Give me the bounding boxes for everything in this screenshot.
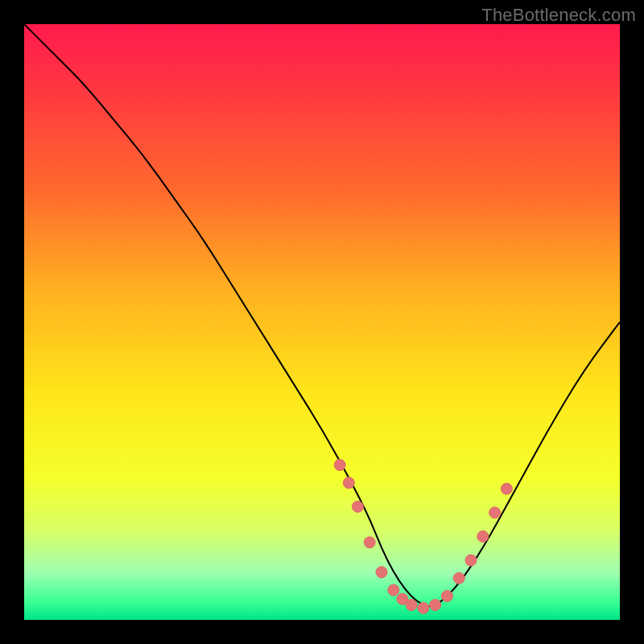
curve-marker (441, 590, 452, 601)
outer-frame: TheBottleneck.com (0, 0, 644, 644)
curve-marker (489, 507, 501, 518)
curve-marker (352, 501, 363, 512)
curve-marker (430, 600, 441, 611)
bottleneck-curve (24, 24, 620, 606)
curve-marker (334, 460, 345, 471)
curve-marker (418, 602, 429, 613)
curve-marker (343, 477, 354, 489)
curve-marker (453, 572, 464, 584)
curve-marker (388, 584, 399, 596)
plot-area (24, 24, 620, 620)
curve-marker (501, 483, 512, 494)
chart-svg (24, 24, 620, 620)
curve-marker (406, 600, 417, 611)
curve-marker (477, 530, 489, 542)
watermark-text: TheBottleneck.com (481, 5, 636, 26)
curve-marker (465, 555, 477, 566)
curve-markers (334, 460, 512, 614)
curve-marker (364, 537, 375, 548)
curve-marker (376, 567, 387, 578)
